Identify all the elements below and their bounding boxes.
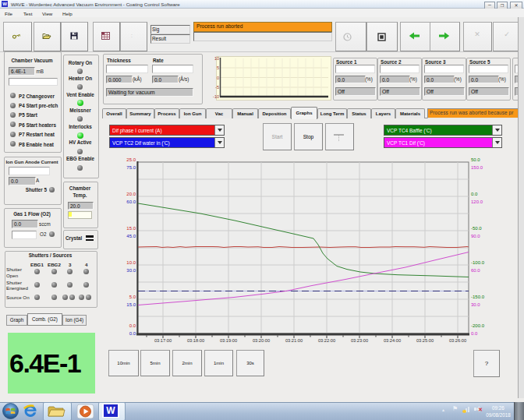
svg-text:0.0: 0.0 bbox=[471, 192, 478, 196]
svg-text:03:26:00: 03:26:00 bbox=[449, 338, 466, 343]
svg-text:-150.0: -150.0 bbox=[471, 295, 485, 299]
svg-text:45.0: 45.0 bbox=[126, 234, 136, 238]
svg-text:60.0: 60.0 bbox=[471, 268, 480, 273]
svg-text:0.0: 0.0 bbox=[471, 331, 478, 336]
svg-text:0.0: 0.0 bbox=[129, 331, 136, 336]
svg-text:-10: -10 bbox=[213, 94, 219, 99]
svg-text:0.0: 0.0 bbox=[129, 323, 136, 328]
svg-text:03:24:00: 03:24:00 bbox=[384, 338, 401, 343]
svg-text:-200.0: -200.0 bbox=[471, 323, 485, 328]
svg-text:03:23:00: 03:23:00 bbox=[351, 338, 368, 343]
svg-text:60.0: 60.0 bbox=[126, 199, 136, 204]
svg-text:-50.0: -50.0 bbox=[471, 226, 482, 231]
svg-text:10.0: 10.0 bbox=[126, 260, 136, 265]
svg-text:50.0: 50.0 bbox=[471, 157, 480, 162]
svg-text:03:21:00: 03:21:00 bbox=[285, 338, 303, 343]
svg-text:30.0: 30.0 bbox=[471, 302, 480, 307]
svg-text:5: 5 bbox=[217, 65, 219, 70]
svg-text:03:25:00: 03:25:00 bbox=[416, 338, 434, 343]
svg-text:75.0: 75.0 bbox=[126, 165, 136, 170]
svg-text:0: 0 bbox=[217, 76, 219, 80]
svg-text:03:22:00: 03:22:00 bbox=[318, 338, 335, 343]
svg-text:03:19:00: 03:19:00 bbox=[220, 338, 237, 343]
svg-text:30.0: 30.0 bbox=[126, 268, 136, 273]
svg-text:-5: -5 bbox=[215, 85, 219, 90]
svg-text:150.0: 150.0 bbox=[471, 165, 483, 170]
svg-text:15.0: 15.0 bbox=[126, 302, 136, 307]
svg-text:10: 10 bbox=[214, 56, 219, 61]
svg-text:25.0: 25.0 bbox=[126, 157, 136, 162]
svg-text:90.0: 90.0 bbox=[471, 234, 480, 238]
svg-text:-100.0: -100.0 bbox=[471, 260, 485, 265]
svg-text:15.0: 15.0 bbox=[126, 226, 136, 231]
svg-text:20.0: 20.0 bbox=[126, 192, 136, 196]
svg-text:03:20:00: 03:20:00 bbox=[253, 338, 270, 343]
svg-text:03:17:00: 03:17:00 bbox=[154, 338, 172, 343]
svg-text:120.0: 120.0 bbox=[471, 199, 483, 204]
svg-text:5.0: 5.0 bbox=[129, 295, 136, 299]
svg-text:03:18:00: 03:18:00 bbox=[187, 338, 204, 343]
